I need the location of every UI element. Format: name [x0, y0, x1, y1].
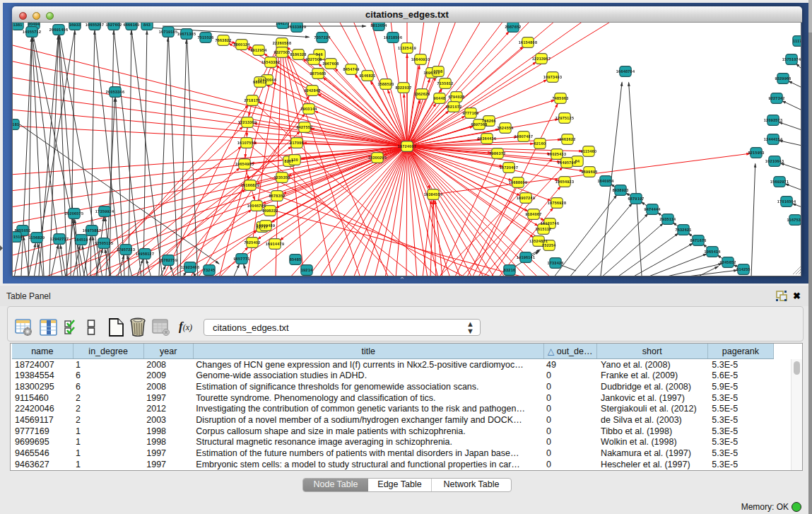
svg-text:1362625: 1362625 [413, 92, 430, 96]
svg-text:7625402: 7625402 [244, 240, 260, 245]
svg-text:7663822: 7663822 [215, 38, 231, 42]
svg-text:16914479: 16914479 [266, 242, 284, 246]
svg-text:12213369: 12213369 [238, 120, 257, 124]
svg-text:83216: 83216 [504, 268, 516, 272]
svg-text:17016504: 17016504 [777, 199, 796, 204]
svg-text:19166829: 19166829 [241, 183, 259, 187]
svg-text:18300295: 18300295 [368, 156, 387, 160]
svg-text:8454749: 8454749 [343, 67, 359, 71]
svg-text:1167533: 1167533 [787, 218, 801, 222]
svg-text:10973493: 10973493 [543, 75, 562, 79]
svg-text:19214: 19214 [301, 268, 313, 272]
svg-text:14099489: 14099489 [257, 223, 275, 228]
svg-text:16648784: 16648784 [616, 69, 635, 74]
svg-text:19654985: 19654985 [235, 162, 254, 166]
svg-text:130: 130 [291, 158, 298, 162]
svg-text:817006: 817006 [290, 141, 304, 145]
svg-text:62160: 62160 [534, 141, 546, 146]
svg-text:9227342: 9227342 [768, 96, 784, 100]
svg-text:9242848: 9242848 [304, 88, 320, 93]
svg-text:1733426: 1733426 [547, 261, 563, 265]
svg-text:6794028: 6794028 [448, 95, 464, 99]
svg-text:2903144: 2903144 [300, 107, 317, 111]
svg-text:8186328: 8186328 [290, 52, 306, 57]
svg-text:9699695: 9699695 [581, 170, 597, 174]
svg-text:19756928: 19756928 [548, 201, 566, 205]
svg-text:8215953: 8215953 [748, 151, 764, 155]
svg-text:73245: 73245 [204, 268, 216, 272]
svg-text:19958127: 19958127 [136, 252, 154, 256]
svg-text:14055712: 14055712 [23, 30, 41, 34]
svg-text:16154808: 16154808 [519, 40, 537, 45]
svg-text:85485: 85485 [290, 257, 302, 262]
svg-text:2718176: 2718176 [244, 98, 260, 103]
svg-text:9245652: 9245652 [719, 260, 736, 264]
svg-text:15692971: 15692971 [770, 180, 789, 184]
svg-text:11325419: 11325419 [398, 46, 416, 50]
svg-text:20181: 20181 [13, 122, 19, 127]
svg-text:9777169: 9777169 [462, 111, 478, 115]
svg-text:9327505: 9327505 [273, 50, 290, 54]
svg-text:9657771: 9657771 [233, 257, 249, 261]
svg-text:252254: 252254 [542, 243, 556, 247]
svg-text:7155812: 7155812 [437, 81, 453, 86]
svg-text:2087652: 2087652 [505, 25, 521, 29]
svg-text:15720407: 15720407 [500, 165, 518, 170]
svg-text:4498222: 4498222 [261, 209, 278, 213]
svg-text:6897568: 6897568 [471, 122, 487, 127]
svg-text:9463622: 9463622 [559, 137, 575, 141]
svg-text:16107553: 16107553 [237, 141, 256, 145]
svg-text:18907249: 18907249 [517, 196, 535, 200]
svg-text:19654923: 19654923 [555, 180, 574, 184]
svg-text:8912954: 8912954 [250, 48, 266, 52]
svg-text:9329966: 9329966 [775, 76, 791, 81]
svg-text:16543382: 16543382 [261, 60, 280, 64]
svg-text:8427552: 8427552 [296, 125, 312, 129]
svg-text:20691406: 20691406 [49, 28, 68, 32]
svg-text:1640954: 1640954 [597, 179, 613, 183]
svg-text:9327508: 9327508 [305, 57, 322, 62]
svg-text:1527602: 1527602 [105, 23, 122, 27]
svg-text:843: 843 [143, 23, 151, 27]
svg-text:7515526: 7515526 [197, 35, 213, 40]
svg-text:19218506: 19218506 [384, 35, 402, 40]
svg-text:20364436: 20364436 [478, 136, 496, 141]
svg-text:2967608: 2967608 [322, 62, 339, 66]
svg-text:19384554: 19384554 [424, 192, 442, 197]
svg-text:8860124: 8860124 [233, 42, 249, 47]
svg-text:6466160: 6466160 [123, 23, 139, 27]
svg-text:10655267: 10655267 [86, 23, 104, 27]
svg-text:12923466: 12923466 [181, 265, 199, 269]
svg-text:1381: 1381 [13, 23, 22, 27]
svg-text:10046786: 10046786 [247, 204, 266, 208]
svg-text:16782759: 16782759 [159, 258, 177, 262]
svg-text:8322037: 8322037 [395, 86, 411, 90]
svg-text:10719185: 10719185 [159, 30, 177, 34]
svg-text:164519: 164519 [74, 238, 88, 242]
svg-text:18724007: 18724007 [398, 144, 416, 148]
svg-text:12942737: 12942737 [50, 237, 69, 241]
svg-text:7485063: 7485063 [552, 96, 568, 100]
svg-text:10025433: 10025433 [548, 152, 566, 156]
svg-text:10688609: 10688609 [509, 180, 527, 185]
svg-text:20206575: 20206575 [65, 211, 83, 216]
svg-text:1156829: 1156829 [29, 235, 45, 240]
svg-text:20053346: 20053346 [106, 90, 124, 94]
svg-text:14196141: 14196141 [517, 255, 535, 259]
svg-text:3624554: 3624554 [497, 126, 513, 130]
svg-text:164173: 164173 [276, 23, 290, 25]
svg-text:10807487: 10807487 [514, 134, 533, 139]
svg-text:7632621: 7632621 [675, 228, 691, 232]
svg-text:991519: 991519 [13, 235, 23, 239]
svg-text:8471676: 8471676 [690, 238, 706, 243]
svg-text:9474444: 9474444 [644, 207, 660, 211]
svg-text:12975125: 12975125 [555, 116, 574, 120]
svg-text:7986372: 7986372 [489, 151, 505, 156]
svg-text:1235359: 1235359 [273, 175, 290, 180]
svg-text:1588520: 1588520 [377, 82, 394, 86]
svg-text:3875685: 3875685 [310, 71, 326, 76]
svg-text:9184067: 9184067 [525, 212, 541, 216]
svg-text:16933: 16933 [69, 23, 81, 27]
svg-text:9146821: 9146821 [359, 74, 375, 78]
svg-text:20494: 20494 [28, 23, 40, 26]
